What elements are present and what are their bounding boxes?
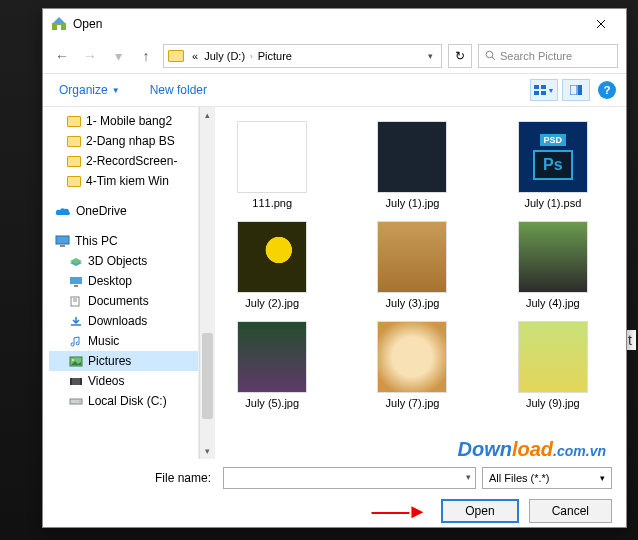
close-button[interactable]	[584, 13, 618, 35]
file-grid: 111.png July (1).jpg PSDPsJuly (1).psd J…	[205, 121, 620, 409]
window-title: Open	[73, 17, 584, 31]
file-item[interactable]: 111.png	[205, 121, 339, 209]
file-thumbnail	[237, 321, 307, 393]
sidebar-scrollbar[interactable]: ▴ ▾	[199, 107, 215, 459]
cancel-button[interactable]: Cancel	[529, 499, 612, 523]
file-thumbnail	[237, 221, 307, 293]
file-item[interactable]: July (4).jpg	[486, 221, 620, 309]
documents-icon	[69, 296, 83, 307]
svg-marker-1	[53, 17, 65, 23]
desktop-icon	[69, 276, 83, 287]
svg-rect-26	[80, 378, 82, 385]
svg-rect-12	[60, 245, 65, 247]
sidebar-item-videos[interactable]: Videos	[49, 371, 198, 391]
nav-bar: ← → ▾ ↑ « July (D:) › Picture ▾ ↻ Search…	[43, 39, 626, 73]
sidebar-folder[interactable]: 4-Tim kiem Win	[49, 171, 198, 191]
file-name-input[interactable]: ▾	[223, 467, 476, 489]
pictures-icon	[69, 356, 83, 367]
open-file-dialog: Open ← → ▾ ↑ « July (D:) › Picture ▾ ↻ S…	[42, 8, 627, 528]
new-folder-button[interactable]: New folder	[144, 79, 213, 101]
breadcrumb-drive[interactable]: July (D:)	[201, 50, 248, 62]
videos-icon	[69, 376, 83, 387]
sidebar-onedrive[interactable]: › OneDrive	[49, 201, 198, 221]
sidebar-item-documents[interactable]: Documents	[49, 291, 198, 311]
svg-rect-8	[541, 91, 546, 95]
file-thumbnail	[377, 221, 447, 293]
svg-line-4	[492, 57, 495, 60]
breadcrumb-folder[interactable]: Picture	[255, 50, 295, 62]
file-type-filter[interactable]: All Files (*.*) ▾	[482, 467, 612, 489]
scroll-down-button[interactable]: ▾	[200, 443, 215, 459]
file-thumbnail	[377, 121, 447, 193]
file-thumbnail	[518, 321, 588, 393]
music-icon	[69, 336, 83, 347]
back-button[interactable]: ←	[51, 45, 73, 67]
chevron-right-icon: ›	[49, 207, 53, 216]
address-bar[interactable]: « July (D:) › Picture ▾	[163, 44, 442, 68]
svg-point-22	[72, 359, 74, 361]
sidebar-item-3dobjects[interactable]: 3D Objects	[49, 251, 198, 271]
scroll-thumb[interactable]	[202, 333, 213, 419]
chevron-down-icon: ▾	[600, 473, 605, 483]
sidebar-item-localdisk-c[interactable]: Local Disk (C:)	[49, 391, 198, 411]
file-thumbnail	[518, 221, 588, 293]
search-input[interactable]: Search Picture	[478, 44, 618, 68]
svg-rect-7	[534, 91, 539, 95]
open-button[interactable]: Open	[441, 499, 518, 523]
onedrive-icon	[55, 206, 71, 216]
file-name-label: File name:	[57, 471, 217, 485]
dialog-body: 1- Mobile bang2 2-Dang nhap BS 2-RecordS…	[43, 107, 626, 459]
3dobjects-icon	[69, 256, 83, 267]
sidebar-item-desktop[interactable]: Desktop	[49, 271, 198, 291]
toolbar: Organize▼ New folder ▼ ?	[43, 73, 626, 107]
file-thumbnail: PSDPs	[518, 121, 588, 193]
dialog-bottom: File name: ▾ All Files (*.*) ▾ ――► Open …	[43, 459, 626, 531]
address-dropdown-icon[interactable]: ▾	[424, 51, 437, 61]
recent-dropdown[interactable]: ▾	[107, 45, 129, 67]
file-item[interactable]: July (3).jpg	[345, 221, 479, 309]
sidebar-folder[interactable]: 2-RecordScreen-	[49, 151, 198, 171]
file-item[interactable]: July (9).jpg	[486, 321, 620, 409]
svg-rect-16	[74, 285, 78, 287]
view-mode-button[interactable]: ▼	[530, 79, 558, 101]
breadcrumb-root[interactable]: «	[189, 50, 201, 62]
search-placeholder: Search Picture	[500, 50, 572, 62]
sidebar-thispc[interactable]: ⌄ This PC	[49, 231, 198, 251]
up-button[interactable]: ↑	[135, 45, 157, 67]
help-button[interactable]: ?	[598, 81, 616, 99]
file-content-area: 111.png July (1).jpg PSDPsJuly (1).psd J…	[199, 107, 626, 459]
chevron-down-icon[interactable]: ▾	[466, 472, 471, 482]
refresh-button[interactable]: ↻	[448, 44, 472, 68]
sidebar-folder[interactable]: 1- Mobile bang2	[49, 111, 198, 131]
downloads-icon	[69, 316, 83, 327]
file-item[interactable]: July (7).jpg	[345, 321, 479, 409]
sidebar-item-pictures[interactable]: Pictures	[49, 351, 198, 371]
app-icon	[51, 16, 67, 32]
scroll-up-button[interactable]: ▴	[200, 107, 215, 123]
svg-point-3	[486, 51, 493, 58]
file-item[interactable]: July (1).jpg	[345, 121, 479, 209]
organize-menu[interactable]: Organize▼	[53, 79, 126, 101]
file-item[interactable]: PSDPsJuly (1).psd	[486, 121, 620, 209]
file-item[interactable]: July (2).jpg	[205, 221, 339, 309]
search-icon	[485, 50, 496, 63]
svg-rect-25	[70, 378, 72, 385]
forward-button[interactable]: →	[79, 45, 101, 67]
sidebar-item-downloads[interactable]: Downloads	[49, 311, 198, 331]
titlebar: Open	[43, 9, 626, 39]
svg-rect-9	[570, 85, 577, 95]
sidebar-folder[interactable]: 2-Dang nhap BS	[49, 131, 198, 151]
svg-rect-11	[56, 236, 69, 244]
file-item[interactable]: July (5).jpg	[205, 321, 339, 409]
annotation-arrow: ――►	[371, 500, 425, 523]
drive-icon	[69, 396, 83, 407]
scroll-track[interactable]	[200, 123, 215, 443]
preview-pane-button[interactable]	[562, 79, 590, 101]
svg-rect-15	[70, 277, 82, 284]
sidebar: 1- Mobile bang2 2-Dang nhap BS 2-RecordS…	[43, 107, 199, 459]
file-thumbnail	[237, 121, 307, 193]
file-thumbnail	[377, 321, 447, 393]
sidebar-item-music[interactable]: Music	[49, 331, 198, 351]
svg-rect-2	[57, 25, 61, 30]
chevron-right-icon: ›	[248, 52, 255, 61]
